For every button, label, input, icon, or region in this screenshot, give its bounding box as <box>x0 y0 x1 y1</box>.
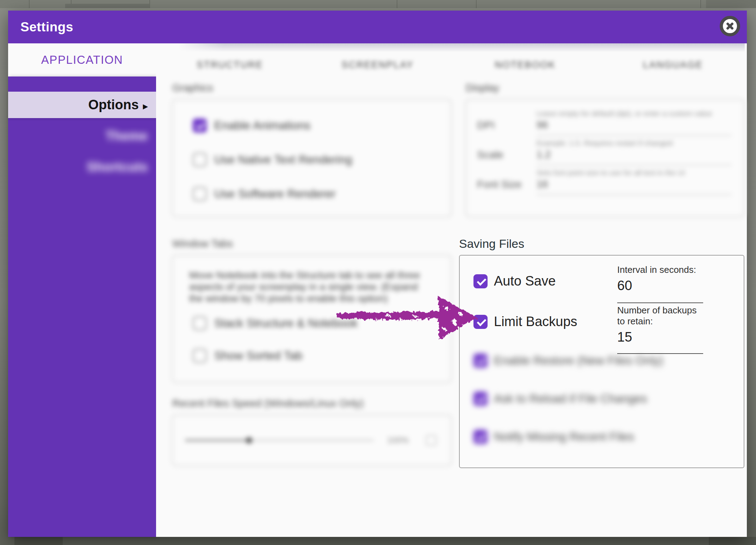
scale-helper: Example: 1.5. Requires restart if change… <box>537 139 732 147</box>
checkbox-ask-reload[interactable]: Ask to Reload if File Changes <box>473 392 647 406</box>
backups-retain-label: Number of backups to retain: <box>617 305 703 327</box>
recent-files-heading: Recent Files Speed (Windows/Linux Only) <box>172 398 451 409</box>
dpi-label: DPI <box>477 109 537 136</box>
checkbox-icon[interactable] <box>193 349 207 363</box>
checkbox-auto-save[interactable]: Auto Save <box>473 274 556 289</box>
checkbox-enable-restore[interactable]: Enable Restore (New Files Only) <box>473 354 663 368</box>
checkbox-native-text-rendering[interactable]: Use Native Text Rendering <box>193 153 440 167</box>
checkbox-icon[interactable] <box>473 430 488 444</box>
settings-dialog: Settings APPLICATION Options▸ Theme Shor… <box>8 11 747 537</box>
interval-field: Interval in seconds: 60 <box>617 264 703 303</box>
graphics-heading: Graphics <box>172 82 451 94</box>
dialog-header: Settings <box>8 11 747 43</box>
font-size-label: Font Size <box>477 169 537 195</box>
checkbox-software-renderer[interactable]: Use Software Renderer <box>193 187 440 201</box>
slider-thumb[interactable] <box>246 437 252 443</box>
checkbox-icon[interactable] <box>473 354 488 368</box>
display-heading: Display <box>466 82 744 94</box>
header-shadow <box>178 43 745 52</box>
scale-input[interactable]: 1.2 <box>537 149 732 160</box>
background-app-toolbar <box>0 0 756 8</box>
scale-label: Scale <box>477 139 537 165</box>
graphics-box: Enable Animations Use Native Text Render… <box>172 99 451 217</box>
recent-files-section: Recent Files Speed (Windows/Linux Only) … <box>172 398 451 466</box>
display-section: Display DPI Leave empty for default (dpi… <box>466 82 744 217</box>
backups-retain-input[interactable]: 15 <box>617 330 703 345</box>
category-tabs: STRUCTURE SCREENPLAY NOTEBOOK LANGUAGE <box>156 53 747 77</box>
display-box: DPI Leave empty for default (dpi), or en… <box>466 99 744 217</box>
dpi-helper: Leave empty for default (dpi), or enter … <box>537 109 732 118</box>
checkbox-enable-animations[interactable]: Enable Animations <box>193 118 440 133</box>
font-size-row: Font Size Sets font point size to use fo… <box>477 169 732 195</box>
checkbox-icon[interactable] <box>193 187 207 201</box>
input-underline <box>537 194 732 195</box>
slider-value: 100% <box>387 435 412 445</box>
checkbox-icon[interactable] <box>473 315 488 329</box>
sidebar-section-application[interactable]: APPLICATION <box>8 43 156 76</box>
font-size-input[interactable]: 16 <box>537 178 732 190</box>
interval-input[interactable]: 60 <box>617 278 703 293</box>
window-tabs-description: Move Notebook into the Structure tab to … <box>189 269 429 304</box>
checkbox-icon[interactable] <box>473 392 488 406</box>
dpi-row: DPI Leave empty for default (dpi), or en… <box>477 109 732 136</box>
dialog-title: Settings <box>20 11 73 43</box>
input-underline <box>537 165 732 165</box>
screen: { "window": { "title": "Settings" }, "ic… <box>0 0 756 545</box>
scale-row: Scale Example: 1.5. Requires restart if … <box>477 139 732 165</box>
checkbox-icon[interactable] <box>193 118 207 133</box>
checkbox-stack-structure-notebook[interactable]: Stack Structure & Notebook <box>193 316 429 330</box>
tab-structure[interactable]: STRUCTURE <box>156 53 304 77</box>
saving-files-heading: Saving Files <box>459 237 744 251</box>
settings-sidebar: APPLICATION Options▸ Theme Shortcuts <box>8 43 156 537</box>
chevron-right-icon: ▸ <box>143 101 148 111</box>
sidebar-nav: Options▸ Theme Shortcuts <box>8 76 156 537</box>
window-tabs-box: Move Notebook into the Structure tab to … <box>172 255 451 382</box>
window-tabs-section: Window Tabs Move Notebook into the Struc… <box>172 238 451 382</box>
tab-notebook[interactable]: NOTEBOOK <box>452 53 599 77</box>
checkbox-show-sorted-tab[interactable]: Show Sorted Tab <box>193 349 429 363</box>
window-tabs-heading: Window Tabs <box>172 238 451 250</box>
saving-files-section: Saving Files Auto Save Interval in secon… <box>459 237 744 468</box>
checkbox-notify-missing[interactable]: Notify Missing Recent Files <box>473 430 634 444</box>
checkbox-icon[interactable] <box>193 316 207 330</box>
close-button[interactable] <box>720 16 740 36</box>
input-underline <box>537 135 732 136</box>
graphics-section: Graphics Enable Animations Use Native Te… <box>172 82 451 217</box>
background-app-panel <box>709 537 756 545</box>
sidebar-item-theme[interactable]: Theme <box>8 123 156 149</box>
tab-language[interactable]: LANGUAGE <box>599 53 747 77</box>
background-app-panel <box>14 537 63 545</box>
checkbox-icon[interactable] <box>473 274 488 288</box>
slider-fill <box>185 440 249 441</box>
settings-content: STRUCTURE SCREENPLAY NOTEBOOK LANGUAGE G… <box>156 43 747 537</box>
sidebar-item-options[interactable]: Options▸ <box>8 92 156 118</box>
slider-reset-button[interactable] <box>426 435 436 446</box>
backups-retain-field: Number of backups to retain: 15 <box>617 305 703 354</box>
saving-files-box: Auto Save Interval in seconds: 60 Limit … <box>459 255 744 468</box>
checkbox-limit-backups[interactable]: Limit Backups <box>473 314 577 329</box>
interval-label: Interval in seconds: <box>617 264 703 275</box>
dpi-input[interactable]: 96 <box>537 119 732 131</box>
font-size-helper: Sets font point size to use for all text… <box>537 169 732 177</box>
tab-screenplay[interactable]: SCREENPLAY <box>304 53 451 77</box>
checkbox-icon[interactable] <box>193 153 207 167</box>
recent-files-box: 100% <box>172 415 451 466</box>
input-underline <box>617 302 703 303</box>
sidebar-item-shortcuts[interactable]: Shortcuts <box>8 154 156 180</box>
speed-slider[interactable] <box>185 440 374 441</box>
